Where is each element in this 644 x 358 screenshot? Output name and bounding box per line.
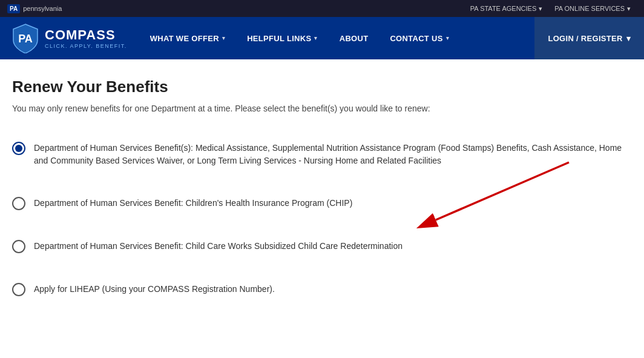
pa-badge: PA — [7, 4, 20, 13]
radio-item-child-care[interactable]: Department of Human Services Benefit: Ch… — [12, 228, 632, 264]
what-we-offer-chevron-icon: ▾ — [222, 35, 225, 41]
radio-button-liheap[interactable] — [12, 283, 25, 296]
nav-item-helpful-links[interactable]: HELPFUL LINKS ▾ — [236, 17, 329, 59]
login-chevron-icon: ▾ — [626, 34, 631, 43]
state-agencies-label: PA STATE AGENCIES — [470, 5, 536, 12]
state-agencies-link[interactable]: PA STATE AGENCIES ▾ — [464, 0, 548, 17]
pa-logo-area: PA pennsylvania — [7, 4, 62, 13]
helpful-links-label: HELPFUL LINKS — [247, 34, 311, 43]
page-title: Renew Your Benefits — [12, 78, 632, 96]
radio-item-liheap[interactable]: Apply for LIHEAP (Using your COMPASS Reg… — [12, 271, 632, 307]
nav-item-contact-us[interactable]: CONTACT US ▾ — [379, 17, 460, 59]
nav-item-what-we-offer[interactable]: WHAT WE OFFER ▾ — [139, 17, 236, 59]
contact-us-label: CONTACT US — [390, 34, 442, 43]
logo-area[interactable]: PA COMPASS CLICK. APPLY. BENEFIT. — [0, 23, 139, 53]
radio-item-chip[interactable]: Department of Human Services Benefit: Ch… — [12, 185, 632, 221]
main-nav: PA COMPASS CLICK. APPLY. BENEFIT. WHAT W… — [0, 17, 644, 59]
what-we-offer-label: WHAT WE OFFER — [150, 34, 219, 43]
radio-label-chip: Department of Human Services Benefit: Ch… — [34, 196, 352, 210]
main-content: Renew Your Benefits You may only renew b… — [0, 59, 644, 319]
radio-item-dhs-benefits[interactable]: Department of Human Services Benefit(s):… — [12, 130, 632, 178]
online-services-label: PA ONLINE SERVICES — [554, 5, 625, 12]
about-label: ABOUT — [340, 34, 369, 43]
page-subtitle: You may only renew benefits for one Depa… — [12, 104, 632, 113]
compass-shield-icon: PA — [12, 23, 39, 53]
radio-selected-dot — [15, 145, 22, 152]
online-services-link[interactable]: PA ONLINE SERVICES ▾ — [548, 0, 637, 17]
nav-links: WHAT WE OFFER ▾ HELPFUL LINKS ▾ ABOUT CO… — [139, 17, 535, 59]
online-services-chevron-icon: ▾ — [627, 5, 631, 13]
radio-label-liheap: Apply for LIHEAP (Using your COMPASS Reg… — [34, 282, 275, 296]
benefits-radio-group: Department of Human Services Benefit(s):… — [12, 130, 632, 307]
radio-button-chip[interactable] — [12, 197, 25, 210]
svg-text:PA: PA — [18, 33, 33, 45]
radio-label-child-care: Department of Human Services Benefit: Ch… — [34, 239, 402, 253]
pa-brand-text: pennsylvania — [23, 5, 62, 12]
contact-us-chevron-icon: ▾ — [446, 35, 449, 41]
compass-brand: COMPASS — [45, 27, 127, 43]
helpful-links-chevron-icon: ▾ — [314, 35, 317, 41]
state-agencies-chevron-icon: ▾ — [539, 5, 542, 13]
logo-text-area: COMPASS CLICK. APPLY. BENEFIT. — [45, 27, 127, 49]
nav-item-about[interactable]: ABOUT — [329, 17, 380, 59]
login-register-button[interactable]: LOGIN / REGISTER ▾ — [534, 17, 644, 59]
top-bar: PA pennsylvania PA STATE AGENCIES ▾ PA O… — [0, 0, 644, 17]
login-register-label: LOGIN / REGISTER — [548, 34, 622, 43]
radio-button-dhs-benefits[interactable] — [12, 142, 25, 155]
radio-label-dhs-benefits: Department of Human Services Benefit(s):… — [34, 141, 632, 167]
radio-button-child-care[interactable] — [12, 240, 25, 253]
compass-tagline: CLICK. APPLY. BENEFIT. — [45, 43, 127, 49]
